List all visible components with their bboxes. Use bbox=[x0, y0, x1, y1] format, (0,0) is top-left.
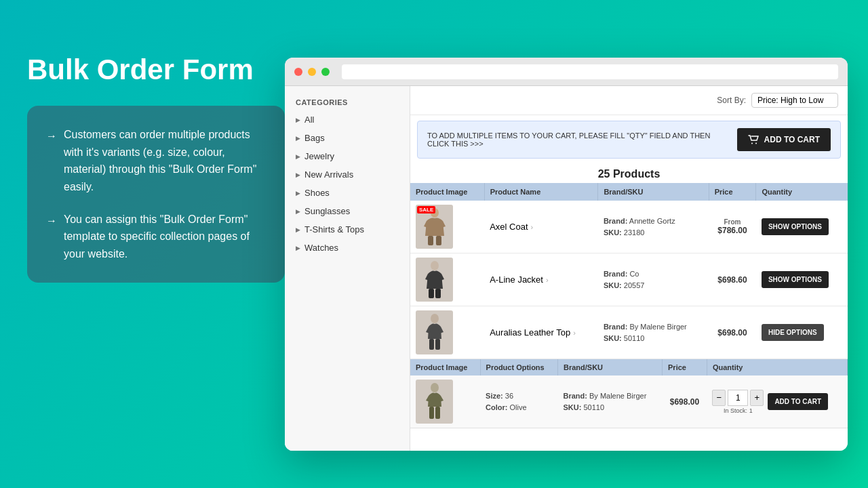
sidebar-item-new-arrivals[interactable]: ▶ New Arrivals bbox=[285, 165, 410, 184]
main-content: Sort By: Price: High to Low Price: Low t… bbox=[410, 86, 848, 451]
options-table: Product Image Product Options Brand/SKU … bbox=[410, 359, 848, 428]
info-item-1: → Customers can order multiple products … bbox=[46, 126, 266, 195]
product-price-2: $698.60 bbox=[709, 253, 756, 306]
show-options-button-2[interactable]: SHOW OPTIONS bbox=[762, 271, 829, 288]
sidebar-label-jewelry: Jewelry bbox=[304, 151, 334, 161]
product-brand-3: Brand: By Malene Birger SKU: 50110 bbox=[598, 306, 709, 359]
cart-banner-text: TO ADD MULTIPLE ITEMS TO YOUR CART, PLEA… bbox=[427, 131, 730, 148]
svg-rect-9 bbox=[429, 339, 434, 350]
chevron-icon-new-arrivals: ▶ bbox=[296, 171, 300, 178]
svg-rect-10 bbox=[435, 339, 440, 350]
add-to-cart-row-button[interactable]: ADD TO CART bbox=[768, 393, 828, 410]
product-image-cell-3 bbox=[410, 306, 484, 359]
product-price-1: From $786.00 bbox=[709, 201, 756, 253]
dot-green[interactable] bbox=[321, 68, 330, 76]
sidebar-label-sunglasses: Sunglasses bbox=[304, 206, 350, 216]
product-name-1: Axel Coat bbox=[490, 222, 528, 232]
url-bar[interactable] bbox=[342, 64, 838, 79]
sidebar-item-watches[interactable]: ▶ Watches bbox=[285, 239, 410, 257]
sidebar-label-shoes: Shoes bbox=[304, 188, 330, 198]
sort-select[interactable]: Price: High to Low Price: Low to High Na… bbox=[751, 93, 838, 108]
product-image-cell-2 bbox=[410, 253, 484, 306]
qty-minus-button[interactable]: − bbox=[712, 390, 726, 406]
opt-th-brand: Brand/SKU bbox=[557, 359, 662, 375]
svg-rect-7 bbox=[435, 289, 441, 298]
qty-input[interactable] bbox=[728, 390, 748, 406]
info-item-2: → You can assign this "Bulk Order Form" … bbox=[46, 211, 266, 263]
chevron-icon-watches: ▶ bbox=[296, 245, 300, 251]
svg-point-11 bbox=[431, 383, 439, 392]
chevron-icon-all: ▶ bbox=[296, 117, 300, 123]
product-name-cell-3: Auralias Leather Top › bbox=[484, 306, 598, 359]
opt-th-options: Product Options bbox=[480, 359, 557, 375]
th-product-image: Product Image bbox=[410, 183, 484, 201]
opt-th-price: Price bbox=[663, 359, 707, 375]
sidebar-item-all[interactable]: ▶ All bbox=[285, 110, 410, 129]
sale-badge: SALE bbox=[417, 206, 435, 214]
sidebar-label-new-arrivals: New Arrivals bbox=[304, 169, 353, 180]
product-action-1: SHOW OPTIONS bbox=[756, 201, 848, 253]
product-figure-top bbox=[421, 313, 448, 352]
info-text-2: You can assign this "Bulk Order Form" te… bbox=[64, 211, 266, 263]
svg-point-5 bbox=[431, 261, 439, 270]
browser-window: CATEGORIES ▶ All ▶ Bags ▶ Jewelry ▶ New … bbox=[285, 58, 848, 451]
svg-point-8 bbox=[431, 314, 439, 323]
table-row: SALE bbox=[410, 201, 848, 253]
table-row: A-Line Jacket › Brand: Co SKU: 20557 bbox=[410, 253, 848, 306]
browser-bar bbox=[285, 58, 848, 86]
chevron-icon-tshirts: ▶ bbox=[296, 226, 300, 233]
svg-rect-4 bbox=[436, 236, 441, 245]
product-image-3 bbox=[416, 310, 453, 354]
opt-quantity-cell: − + In Stock: 1 ADD TO CART bbox=[707, 375, 847, 428]
info-text-1: Customers can order multiple products wi… bbox=[64, 126, 266, 195]
opt-brand-cell: Brand: By Malene Birger SKU: 50110 bbox=[557, 375, 662, 428]
svg-rect-12 bbox=[429, 407, 434, 419]
sidebar-label-watches: Watches bbox=[304, 243, 338, 253]
qty-control: − + bbox=[712, 390, 764, 406]
sidebar-item-jewelry[interactable]: ▶ Jewelry bbox=[285, 147, 410, 165]
svg-rect-13 bbox=[435, 407, 440, 419]
product-brand-2: Brand: Co SKU: 20557 bbox=[598, 253, 709, 306]
th-price: Price bbox=[709, 183, 756, 201]
qty-plus-button[interactable]: + bbox=[750, 390, 764, 406]
product-name-3: Auralias Leather Top bbox=[490, 327, 570, 338]
left-panel: Bulk Order Form → Customers can order mu… bbox=[27, 54, 285, 283]
chevron-icon-shoes: ▶ bbox=[296, 190, 300, 197]
chevron-icon-jewelry: ▶ bbox=[296, 153, 300, 160]
svg-rect-6 bbox=[429, 289, 434, 298]
sidebar-item-tshirts[interactable]: ▶ T-Shirts & Tops bbox=[285, 220, 410, 239]
chevron-icon-bags: ▶ bbox=[296, 135, 300, 142]
sidebar-item-bags[interactable]: ▶ Bags bbox=[285, 129, 410, 147]
table-header-row: Product Image Product Name Brand/SKU Pri… bbox=[410, 183, 848, 201]
table-scroll-area[interactable]: Product Image Product Name Brand/SKU Pri… bbox=[410, 183, 848, 451]
product-brand-1: Brand: Annette Gortz SKU: 23180 bbox=[598, 201, 709, 253]
add-to-cart-button[interactable]: ADD TO CART bbox=[737, 128, 831, 151]
sidebar-item-sunglasses[interactable]: ▶ Sunglasses bbox=[285, 202, 410, 220]
product-figure-jacket bbox=[421, 260, 448, 300]
dot-yellow[interactable] bbox=[308, 68, 316, 76]
arrow-icon-2: → bbox=[46, 212, 57, 263]
sidebar-item-shoes[interactable]: ▶ Shoes bbox=[285, 184, 410, 202]
info-box: → Customers can order multiple products … bbox=[27, 106, 285, 283]
opt-image-cell bbox=[410, 375, 480, 428]
arrow-icon-1: → bbox=[46, 127, 57, 195]
page-title: Bulk Order Form bbox=[27, 54, 285, 85]
product-name-cell-1: Axel Coat › bbox=[484, 201, 598, 253]
cart-banner: TO ADD MULTIPLE ITEMS TO YOUR CART, PLEA… bbox=[417, 121, 841, 159]
product-image-2 bbox=[416, 258, 453, 302]
dot-red[interactable] bbox=[294, 68, 302, 76]
th-product-name: Product Name bbox=[484, 183, 598, 201]
svg-rect-3 bbox=[428, 236, 433, 245]
show-options-button-1[interactable]: SHOW OPTIONS bbox=[762, 218, 829, 235]
product-price-3: $698.00 bbox=[709, 306, 756, 359]
opt-product-image bbox=[416, 380, 453, 424]
categories-title: CATEGORIES bbox=[285, 93, 410, 110]
svg-point-0 bbox=[751, 143, 753, 144]
sidebar-label-all: All bbox=[304, 115, 314, 125]
chevron-right-icon-3: › bbox=[573, 329, 576, 337]
product-name-2: A-Line Jacket bbox=[490, 274, 543, 285]
in-stock-label: In Stock: 1 bbox=[724, 407, 753, 414]
th-brand-sku: Brand/SKU bbox=[598, 183, 709, 201]
hide-options-button-3[interactable]: HIDE OPTIONS bbox=[762, 324, 824, 341]
sidebar-label-bags: Bags bbox=[304, 133, 325, 143]
